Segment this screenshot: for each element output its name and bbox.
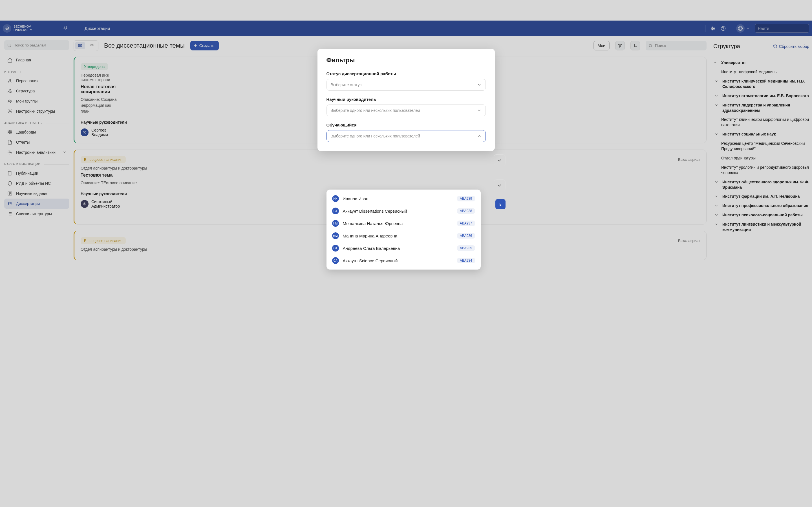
avatar: ОА	[332, 245, 339, 251]
dropdown-item[interactable]: СААккаунт Dissertations СервисныйАВА938	[326, 205, 481, 217]
dropdown-item[interactable]: НММешалкина Наталья ЮрьевнаАВА937	[326, 217, 481, 230]
avatar: НМ	[332, 220, 339, 227]
apply-button[interactable]: ь	[495, 199, 505, 209]
user-name: Аккаунт Dissertations Сервисный	[343, 209, 453, 214]
user-code: АВА935	[457, 245, 475, 251]
dropdown-item[interactable]: ОААндреева Ольга ВалерьевнаАВА935	[326, 242, 481, 255]
modal-overlay[interactable]: Фильтры Статус диссертационной работы Вы…	[0, 0, 812, 507]
avatar: СА	[332, 208, 339, 214]
dropdown-item[interactable]: ИИИванов ИванАВА939	[326, 192, 481, 205]
chevron-down-icon	[477, 82, 481, 87]
avatar: СА	[332, 257, 339, 264]
user-code: АВА934	[457, 258, 475, 263]
user-code: АВА938	[457, 208, 475, 214]
checkbox[interactable]	[494, 179, 506, 191]
dropdown-item[interactable]: СААккаунт Science СервисныйАВА934	[326, 255, 481, 267]
user-name: Мешалкина Наталья Юрьевна	[343, 221, 453, 226]
checkbox[interactable]	[494, 154, 506, 166]
supervisor-field-label: Научный руководитель	[326, 97, 486, 102]
user-code: АВА937	[457, 221, 475, 226]
user-name: Манина Марина Андреевна	[343, 233, 453, 238]
modal-title: Фильтры	[326, 57, 486, 64]
status-field-label: Статус диссертационной работы	[326, 71, 486, 76]
select-placeholder: Выберите одного или нескольких пользоват…	[331, 134, 420, 138]
user-name: Андреева Ольга Валерьевна	[343, 246, 453, 251]
dropdown-item[interactable]: МММанина Марина АндреевнаАВА936	[326, 230, 481, 242]
user-name: Аккаунт Science Сервисный	[343, 258, 453, 263]
check-icon	[497, 158, 502, 163]
chevron-down-icon	[477, 108, 481, 113]
user-name: Иванов Иван	[343, 196, 453, 201]
filters-modal: Фильтры Статус диссертационной работы Вы…	[317, 49, 495, 151]
user-code: АВА939	[457, 196, 475, 202]
avatar: ИИ	[332, 195, 339, 202]
student-select[interactable]: Выберите одного или нескольких пользоват…	[326, 130, 486, 142]
select-placeholder: Выберите статус	[331, 82, 362, 87]
student-field-label: Обучающийся	[326, 122, 486, 127]
chevron-up-icon	[477, 134, 481, 138]
check-icon	[497, 183, 502, 187]
status-select[interactable]: Выберите статус	[326, 79, 486, 91]
select-placeholder: Выберите одного или нескольких пользоват…	[331, 108, 420, 113]
student-dropdown: ИИИванов ИванАВА939СААккаунт Dissertatio…	[326, 189, 481, 270]
avatar: ММ	[332, 232, 339, 239]
supervisor-select[interactable]: Выберите одного или нескольких пользоват…	[326, 105, 486, 116]
user-code: АВА936	[457, 233, 475, 238]
